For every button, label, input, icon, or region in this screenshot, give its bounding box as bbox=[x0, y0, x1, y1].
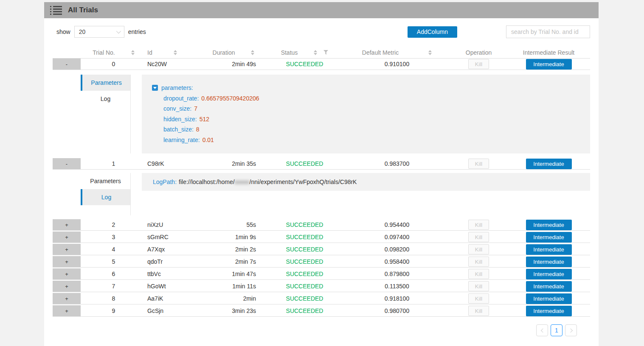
status-badge: SUCCEEDED bbox=[265, 305, 344, 316]
trial-no: 8 bbox=[81, 293, 146, 304]
table-row: + 6 ttbVc 1min 47s SUCCEEDED 0.879800 Ki… bbox=[53, 268, 590, 280]
default-metric: 0.910100 bbox=[344, 59, 450, 70]
kill-button[interactable]: Kill bbox=[468, 59, 489, 69]
kill-button[interactable]: Kill bbox=[468, 257, 489, 267]
col-header-trial-no[interactable]: Trial No. bbox=[81, 49, 146, 56]
intermediate-button[interactable]: Intermediate bbox=[526, 269, 572, 279]
trial-id: qdoTr bbox=[146, 256, 202, 267]
table-row: + 2 niXzU 55s SUCCEEDED 0.954400 Kill In… bbox=[53, 219, 590, 231]
col-header-default-metric[interactable]: Default Metric bbox=[344, 49, 450, 56]
collapse-row-toggle[interactable]: - bbox=[53, 158, 81, 169]
toolbar: show 20 entries AddColumn bbox=[53, 25, 590, 38]
param-key: hidden_size: bbox=[163, 116, 197, 123]
tab-parameters[interactable]: Parameters bbox=[81, 75, 130, 91]
trial-detail-parameters: Parameters Log parameters: dropout_rate:… bbox=[53, 75, 590, 153]
trial-id: hGoWt bbox=[146, 281, 202, 292]
kill-button[interactable]: Kill bbox=[468, 269, 489, 279]
intermediate-button[interactable]: Intermediate bbox=[526, 159, 572, 169]
status-badge: SUCCEEDED bbox=[265, 244, 344, 255]
pagination: 1 bbox=[53, 324, 590, 336]
list-icon bbox=[50, 6, 62, 15]
search-input[interactable] bbox=[506, 25, 590, 38]
default-metric: 0.097400 bbox=[344, 232, 450, 243]
col-header-status[interactable]: Status bbox=[265, 49, 344, 56]
table-row: - 0 Nc20W 2min 49s SUCCEEDED 0.910100 Ki… bbox=[53, 59, 590, 70]
sort-icon[interactable] bbox=[428, 50, 432, 55]
json-collapse-icon[interactable] bbox=[152, 85, 158, 91]
param-key: dropout_rate: bbox=[163, 95, 199, 102]
trial-no: 4 bbox=[81, 244, 146, 255]
col-header-operation: Operation bbox=[450, 49, 507, 56]
intermediate-button[interactable]: Intermediate bbox=[526, 257, 572, 267]
status-badge: SUCCEEDED bbox=[265, 158, 344, 169]
tab-log[interactable]: Log bbox=[81, 189, 130, 205]
intermediate-button[interactable]: Intermediate bbox=[526, 244, 572, 255]
parameters-json-viewer: parameters: dropout_rate:0.6657955709420… bbox=[142, 75, 590, 153]
sort-icon[interactable] bbox=[174, 50, 177, 55]
prev-page-button[interactable] bbox=[536, 324, 548, 336]
kill-button[interactable]: Kill bbox=[468, 232, 489, 242]
trial-no: 6 bbox=[81, 268, 146, 279]
sort-icon[interactable] bbox=[131, 50, 135, 55]
intermediate-button[interactable]: Intermediate bbox=[526, 59, 572, 70]
trial-duration: 1min 9s bbox=[202, 232, 265, 243]
trial-id: niXzU bbox=[146, 219, 202, 230]
col-header-id[interactable]: Id bbox=[146, 49, 202, 56]
expand-row-toggle[interactable]: + bbox=[53, 232, 81, 243]
logpath-value: file://localhost:/home/xxxxx/nni/experim… bbox=[179, 179, 357, 185]
expand-row-toggle[interactable]: + bbox=[53, 268, 81, 279]
expand-row-toggle[interactable]: + bbox=[53, 219, 81, 230]
add-column-button[interactable]: AddColumn bbox=[408, 26, 457, 38]
table-row: + 8 Aa7iK 2min SUCCEEDED 0.918100 Kill I… bbox=[53, 293, 590, 304]
tab-log[interactable]: Log bbox=[81, 91, 130, 107]
chevron-down-icon bbox=[116, 29, 121, 33]
intermediate-button[interactable]: Intermediate bbox=[526, 220, 572, 230]
expand-row-toggle[interactable]: + bbox=[53, 281, 81, 292]
sort-icon[interactable] bbox=[251, 50, 254, 55]
table-row: - 1 C98rK 2min 35s SUCCEEDED 0.983700 Ki… bbox=[53, 158, 590, 170]
kill-button[interactable]: Kill bbox=[468, 306, 489, 316]
trial-duration: 3min 23s bbox=[202, 305, 265, 316]
intermediate-button[interactable]: Intermediate bbox=[526, 281, 572, 292]
status-badge: SUCCEEDED bbox=[265, 219, 344, 230]
default-metric: 0.980700 bbox=[344, 305, 450, 316]
param-key: batch_size: bbox=[163, 126, 194, 133]
kill-button[interactable]: Kill bbox=[468, 281, 489, 291]
table-row: + 5 qdoTr 2min 7s SUCCEEDED 0.958400 Kil… bbox=[53, 256, 590, 268]
status-badge: SUCCEEDED bbox=[265, 232, 344, 243]
page-size-value: 20 bbox=[79, 28, 86, 35]
intermediate-button[interactable]: Intermediate bbox=[526, 232, 572, 243]
page-size-select[interactable]: 20 bbox=[74, 26, 124, 38]
page-1-button[interactable]: 1 bbox=[551, 324, 562, 336]
expand-row-toggle[interactable]: + bbox=[53, 293, 81, 304]
expand-row-toggle[interactable]: + bbox=[53, 244, 81, 255]
expand-row-toggle[interactable]: + bbox=[53, 305, 81, 316]
trial-id: A7Xqx bbox=[146, 244, 202, 255]
kill-button[interactable]: Kill bbox=[468, 220, 489, 230]
intermediate-button[interactable]: Intermediate bbox=[526, 293, 572, 304]
next-page-button[interactable] bbox=[565, 324, 577, 336]
tab-parameters[interactable]: Parameters bbox=[81, 173, 130, 189]
trial-id: GcSjn bbox=[146, 305, 202, 316]
table-row: + 7 hGoWt 1min 11s SUCCEEDED 0.113500 Ki… bbox=[53, 281, 590, 292]
kill-button[interactable]: Kill bbox=[468, 293, 489, 304]
table-header: Trial No. Id Duration Status Default Met… bbox=[53, 47, 590, 59]
sort-icon[interactable] bbox=[314, 50, 317, 55]
trial-duration: 2min 2s bbox=[202, 244, 265, 255]
trial-detail-log: Parameters Log LogPath: file://localhost… bbox=[53, 173, 590, 215]
kill-button[interactable]: Kill bbox=[468, 244, 489, 254]
col-header-intermediate-result: Intermediate Result bbox=[507, 49, 590, 56]
kill-button[interactable]: Kill bbox=[468, 159, 489, 169]
filter-icon[interactable] bbox=[323, 50, 328, 55]
collapse-row-toggle[interactable]: - bbox=[53, 59, 81, 70]
expand-row-toggle[interactable]: + bbox=[53, 256, 81, 267]
status-badge: SUCCEEDED bbox=[265, 59, 344, 70]
col-header-duration[interactable]: Duration bbox=[202, 49, 265, 56]
intermediate-button[interactable]: Intermediate bbox=[526, 306, 572, 316]
chevron-left-icon bbox=[540, 328, 545, 332]
status-badge: SUCCEEDED bbox=[265, 256, 344, 267]
table-row: + 3 sGmRC 1min 9s SUCCEEDED 0.097400 Kil… bbox=[53, 232, 590, 243]
default-metric: 0.918100 bbox=[344, 293, 450, 304]
trial-id: ttbVc bbox=[146, 268, 202, 279]
trial-duration: 1min 11s bbox=[202, 281, 265, 292]
